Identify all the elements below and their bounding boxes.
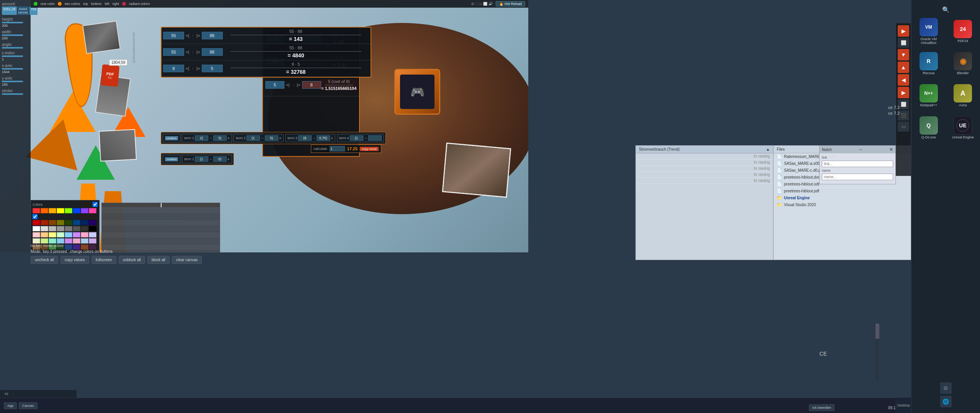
color-pink[interactable] xyxy=(89,208,96,213)
color-indigo[interactable] xyxy=(89,220,96,225)
radio-right[interactable]: right xyxy=(113,2,119,6)
fullscreen-btn[interactable]: fullscreen xyxy=(91,256,116,264)
term-1-input2[interactable] xyxy=(213,135,227,141)
color-peach[interactable] xyxy=(41,232,48,237)
term-2-input1[interactable] xyxy=(247,135,260,141)
copy-result-btn[interactable]: copy result xyxy=(360,147,379,151)
color-purple[interactable] xyxy=(81,208,88,213)
color-ltgray[interactable] xyxy=(41,226,48,231)
term-2-input2[interactable] xyxy=(265,135,278,141)
btn-756[interactable]: 756 xyxy=(29,7,38,15)
color-navy[interactable] xyxy=(73,220,80,225)
app-unreal[interactable]: UE Unreal Engine xyxy=(949,114,976,141)
radio-two-colors[interactable]: two colors xyxy=(65,2,80,6)
color-periwinkle[interactable] xyxy=(89,232,96,237)
term-1-input1[interactable] xyxy=(195,135,208,141)
width-slider[interactable] xyxy=(2,34,23,36)
radio-radiant[interactable]: radiant colors xyxy=(129,2,150,6)
color-lavender[interactable] xyxy=(73,232,80,237)
radio-bottom[interactable]: bottom xyxy=(91,2,102,6)
color-rose[interactable] xyxy=(81,232,88,237)
term-3-input2[interactable] xyxy=(317,135,330,141)
rt-btn-5[interactable]: ◀ xyxy=(898,74,909,86)
color-blush[interactable] xyxy=(73,238,80,244)
copy-values-btn[interactable]: copy values xyxy=(60,256,89,264)
stroke-slider[interactable] xyxy=(2,93,23,95)
color-mint[interactable] xyxy=(57,232,64,237)
resize-canvas-btn[interactable]: resize canvas xyxy=(18,7,29,15)
color-white[interactable] xyxy=(33,226,40,231)
color-ltpink[interactable] xyxy=(33,232,40,237)
zindex-slider[interactable] xyxy=(2,55,23,57)
term-3-add[interactable]: + xyxy=(331,136,333,140)
rt-btn-6[interactable]: ▶ xyxy=(898,87,909,98)
bottom-tab-1[interactable]: #2 xyxy=(0,391,13,397)
file-item-8[interactable]: 📁 Visual Studio 2020 xyxy=(774,202,911,208)
height-slider[interactable] xyxy=(2,22,23,23)
color-dkgray[interactable] xyxy=(65,226,72,231)
file-item-6[interactable]: 📄 preetrees-hiblout.pdf xyxy=(774,188,911,195)
term2-1-add[interactable]: + xyxy=(227,157,230,161)
calc-input-2a[interactable] xyxy=(163,48,184,56)
color-maroon[interactable] xyxy=(41,220,48,225)
color-gray[interactable] xyxy=(49,226,56,231)
playhead[interactable] xyxy=(161,203,162,207)
right-scrollbar[interactable] xyxy=(875,324,879,381)
palette-checkbox[interactable] xyxy=(93,202,98,207)
color-brown[interactable] xyxy=(49,220,56,225)
dialog-name-input[interactable] xyxy=(822,174,893,180)
confirm-btn-2[interactable]: confirm xyxy=(165,157,178,161)
color-yellow[interactable] xyxy=(57,208,64,213)
term2-1-input1[interactable] xyxy=(195,156,208,162)
color-amber[interactable] xyxy=(49,208,56,213)
amount-value-btn[interactable]: 2051,25 xyxy=(2,7,17,15)
color-darkgreen[interactable] xyxy=(65,220,72,225)
term-3-input1[interactable] xyxy=(298,135,312,141)
app-qdir[interactable]: Q Q-Dir.exe xyxy=(915,114,942,141)
term-1-add[interactable]: + xyxy=(227,136,230,140)
rt-btn-2[interactable]: ⬜ xyxy=(898,38,909,48)
dialog-link-input[interactable] xyxy=(822,161,893,167)
rt-btn-3[interactable]: ▼ xyxy=(898,49,909,60)
color-nearblack[interactable] xyxy=(81,226,88,231)
palette-checkbox-2[interactable] xyxy=(33,214,38,219)
confirm-btn-1[interactable]: confirm xyxy=(165,136,178,140)
taskbar-btn-1[interactable]: App xyxy=(4,402,17,409)
color-darknavy[interactable] xyxy=(81,220,88,225)
taskbar-btn-2[interactable]: Canvas xyxy=(19,402,38,409)
color-lilac[interactable] xyxy=(89,238,96,244)
app-pdf24[interactable]: 24 PDF24 xyxy=(949,18,976,45)
block-all-btn[interactable]: block all xyxy=(147,256,170,264)
rt-btn-1[interactable]: ▶ xyxy=(898,25,909,37)
clear-canvas-btn[interactable]: clear canvas xyxy=(172,256,202,264)
app-recuva[interactable]: R Recuva xyxy=(915,50,942,77)
radio-left[interactable]: left xyxy=(105,2,109,6)
desktop-btn[interactable]: Desktop xyxy=(896,398,911,413)
color-black[interactable] xyxy=(89,226,96,231)
color-red[interactable] xyxy=(33,208,40,213)
app-oracle-vm[interactable]: VM Oracle VM VirtualBox xyxy=(915,18,942,45)
scroll-thumb[interactable] xyxy=(875,324,879,339)
rt-btn-4[interactable]: ▲ xyxy=(898,62,909,73)
radio-top[interactable]: top xyxy=(83,2,88,6)
term2-1-input2[interactable] xyxy=(213,156,227,162)
dialog-minimize[interactable]: − xyxy=(859,147,862,152)
color-lemon[interactable] xyxy=(41,238,48,244)
color-orange[interactable] xyxy=(41,208,48,213)
app-blender[interactable]: ◉ Blender xyxy=(949,50,976,77)
calc2-input-3a[interactable] xyxy=(265,81,284,89)
rt-btn-9[interactable]: ▭ xyxy=(898,122,909,132)
uncheck-all-btn[interactable]: uncheck all xyxy=(31,256,58,264)
color-cornflower[interactable] xyxy=(81,238,88,244)
file-item-7[interactable]: 📁 Unreal Engine xyxy=(774,195,911,202)
color-midgray[interactable] xyxy=(57,226,64,231)
color-aqua[interactable] xyxy=(49,238,56,244)
calc-input-2b[interactable] xyxy=(202,48,223,56)
radio-one-color[interactable]: one color xyxy=(41,2,55,6)
term-4-input2[interactable] xyxy=(368,135,382,141)
calc-input-1a[interactable] xyxy=(163,32,184,39)
search-icon[interactable]: 🔍 xyxy=(940,4,952,15)
app-notepad[interactable]: N++ Notepad++ xyxy=(915,82,942,109)
color-lime[interactable] xyxy=(65,208,72,213)
xaxis-slider[interactable] xyxy=(2,68,23,70)
